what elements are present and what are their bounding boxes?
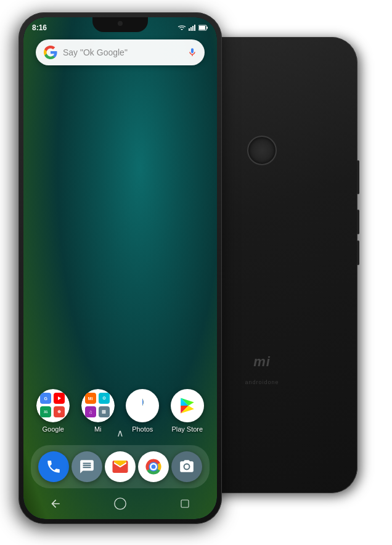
status-time: 8:16 [32, 23, 47, 32]
svg-rect-3 [192, 26, 194, 31]
status-icons [178, 25, 208, 31]
google-folder-icon[interactable]: G 31 ⊕ [36, 389, 70, 422]
nav-bar [23, 492, 217, 515]
svg-rect-6 [199, 26, 205, 30]
mi-logo: mi [253, 354, 271, 370]
photos-app-label: Photos [132, 425, 153, 433]
screen: 8:16 [23, 17, 217, 519]
phone-inner: 8:16 [23, 17, 217, 519]
mi-app[interactable]: Mi ⊙ ♫ ▤ Mi [81, 389, 116, 433]
playstore-icon[interactable] [171, 389, 204, 422]
svg-point-17 [152, 465, 156, 469]
photos-app[interactable]: Photos [125, 389, 160, 433]
search-placeholder: Say "Ok Google" [63, 47, 182, 57]
mic-icon[interactable] [187, 46, 197, 59]
scene: mi androidone 8:16 [0, 0, 392, 545]
svg-marker-0 [181, 29, 183, 30]
svg-rect-7 [206, 27, 208, 29]
recents-button[interactable] [178, 496, 192, 511]
svg-rect-1 [189, 28, 190, 31]
home-button[interactable] [113, 496, 128, 511]
svg-rect-19 [181, 500, 189, 507]
app-grid: G 31 ⊕ Google [23, 389, 217, 433]
dock-phone[interactable] [38, 451, 69, 482]
photos-icon[interactable] [126, 389, 159, 422]
svg-rect-2 [190, 27, 192, 31]
android-one-logo: androidone [245, 379, 279, 385]
dock-camera[interactable] [171, 451, 202, 482]
dock-messages[interactable] [71, 451, 102, 482]
playstore-app[interactable]: Play Store [170, 389, 205, 433]
google-g-icon [43, 45, 58, 60]
status-bar: 8:16 [23, 17, 217, 35]
volume-down-button[interactable] [357, 240, 359, 265]
svg-rect-4 [194, 25, 195, 31]
svg-marker-8 [58, 396, 61, 400]
phone-front: 8:16 [18, 12, 222, 524]
dock-chrome[interactable] [138, 451, 169, 482]
battery-icon [198, 25, 208, 31]
mi-folder-icon[interactable]: Mi ⊙ ♫ ▤ [81, 389, 115, 422]
dock [31, 445, 210, 488]
playstore-app-label: Play Store [171, 425, 203, 433]
volume-up-button[interactable] [357, 210, 359, 234]
mi-app-label: Mi [94, 425, 102, 433]
google-app[interactable]: G 31 ⊕ Google [36, 389, 71, 433]
wallpaper [23, 17, 217, 519]
signal-icon [189, 25, 196, 31]
svg-point-18 [115, 498, 126, 509]
app-drawer-handle[interactable]: ∧ [116, 427, 124, 439]
search-bar[interactable]: Say "Ok Google" [36, 39, 205, 65]
fingerprint-sensor[interactable] [247, 136, 277, 165]
wifi-icon [178, 25, 186, 31]
back-button[interactable] [48, 496, 63, 511]
power-button[interactable] [357, 160, 359, 194]
google-app-label: Google [43, 425, 64, 433]
dock-gmail[interactable] [105, 451, 136, 482]
